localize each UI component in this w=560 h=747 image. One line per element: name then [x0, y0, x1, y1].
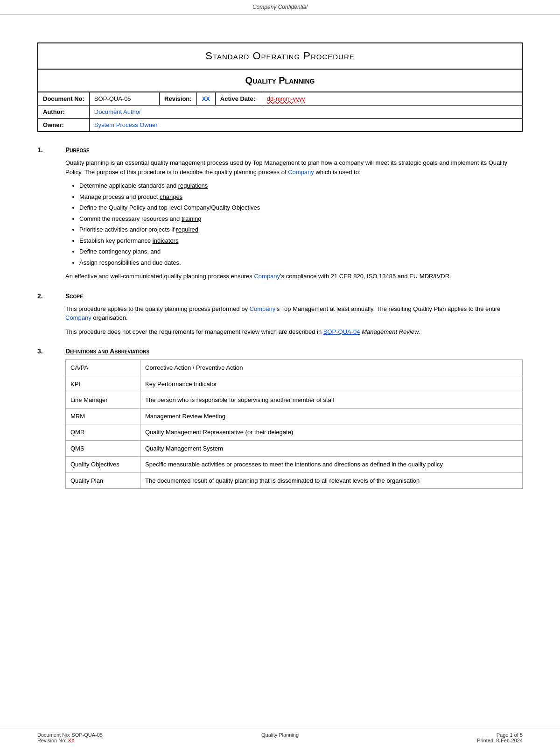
- doc-no-label: Document No:: [43, 95, 84, 102]
- confidential-label: Company Confidential: [252, 4, 308, 10]
- footer-printed: Printed: 8-Feb-2024: [361, 738, 523, 743]
- footer-revision: Revision No: XX: [37, 738, 199, 743]
- owner-link[interactable]: System Process Owner: [94, 121, 158, 128]
- bullet-6: Establish key performance indicators: [79, 236, 523, 246]
- definitions-table: CA/PACorrective Action / Preventive Acti…: [65, 359, 523, 489]
- main-title: Standard Operating Procedure: [205, 50, 354, 62]
- def-row: Quality PlanThe documented result of qua…: [66, 472, 523, 489]
- bullet-4: Commit the necessary resources and train…: [79, 214, 523, 224]
- doc-no-value: SOP-QUA-05: [94, 95, 131, 102]
- sub-title: Quality Planning: [245, 75, 315, 85]
- footer-revision-label: Revision No:: [37, 738, 66, 743]
- section-2-title: Scope: [65, 292, 83, 300]
- def-row: Quality ObjectivesSpecific measurable ac…: [66, 457, 523, 473]
- section-2-para-1: This procedure applies to the quality pl…: [65, 304, 523, 323]
- revision-label: Revision:: [164, 95, 192, 102]
- def-definition: The person who is responsible for superv…: [140, 392, 523, 409]
- def-row: Line ManagerThe person who is responsibl…: [66, 392, 523, 409]
- def-row: CA/PACorrective Action / Preventive Acti…: [66, 360, 523, 376]
- def-row: KPIKey Performance Indicator: [66, 376, 523, 392]
- section-2-para-2: This procedure does not cover the requir…: [65, 327, 523, 337]
- section-3-title: Definitions and Abbreviations: [65, 347, 149, 355]
- def-row: MRMManagement Review Meeting: [66, 408, 523, 424]
- footer-doc-no: Document No: SOP-QUA-05: [37, 732, 199, 738]
- section-2-number: 2.: [37, 292, 65, 300]
- bullet-3: Define the Quality Policy and top-level …: [79, 203, 523, 212]
- bullet-1: Determine applicable standards and regul…: [79, 181, 523, 190]
- company-link-2[interactable]: Company: [254, 273, 280, 280]
- section-purpose: 1. Purpose Quality planning is an essent…: [37, 146, 523, 281]
- document-header-table: Standard Operating Procedure Quality Pla…: [37, 42, 523, 132]
- def-term: CA/PA: [66, 360, 140, 376]
- company-link-3[interactable]: Company: [250, 305, 276, 312]
- def-definition: Key Performance Indicator: [140, 376, 523, 392]
- author-link[interactable]: Document Author: [94, 108, 141, 115]
- def-definition: Quality Management System: [140, 440, 523, 457]
- revision-value: XX: [202, 95, 210, 102]
- def-definition: Quality Management Representative (or th…: [140, 424, 523, 441]
- def-term: QMS: [66, 440, 140, 457]
- def-term: KPI: [66, 376, 140, 392]
- company-link-1[interactable]: Company: [288, 169, 314, 176]
- section-3-number: 3.: [37, 347, 65, 355]
- owner-label: Owner:: [43, 121, 64, 128]
- bullet-8: Assign responsibilities and due dates.: [79, 258, 523, 268]
- section-1-bullets: Determine applicable standards and regul…: [79, 181, 523, 267]
- sop-link[interactable]: SOP-QUA-04: [323, 328, 360, 335]
- author-label: Author:: [43, 108, 65, 115]
- active-date-value: dd-mmm-yyyy: [267, 95, 305, 102]
- footer-center-text: Quality Planning: [261, 732, 299, 738]
- def-term: Line Manager: [66, 392, 140, 409]
- def-definition: Corrective Action / Preventive Action: [140, 360, 523, 376]
- page-footer: Document No: SOP-QUA-05 Revision No: XX …: [0, 728, 560, 747]
- section-1-para-1: Quality planning is an essential quality…: [65, 158, 523, 176]
- bullet-2: Manage process and product changes: [79, 192, 523, 202]
- section-1-title: Purpose: [65, 146, 90, 154]
- footer-page: Page 1 of 5: [361, 732, 523, 738]
- section-definitions: 3. Definitions and Abbreviations CA/PACo…: [37, 347, 523, 489]
- def-definition: Management Review Meeting: [140, 408, 523, 424]
- bullet-5: Prioritise activities and/or projects if…: [79, 225, 523, 234]
- def-term: Quality Objectives: [66, 457, 140, 473]
- def-definition: Specific measurable activities or proces…: [140, 457, 523, 473]
- company-link-4[interactable]: Company: [65, 314, 91, 321]
- footer-revision-val: XX: [68, 738, 75, 743]
- bullet-7: Define contingency plans, and: [79, 247, 523, 256]
- section-1-number: 1.: [37, 146, 65, 154]
- section-scope: 2. Scope This procedure applies to the q…: [37, 292, 523, 337]
- def-row: QMSQuality Management System: [66, 440, 523, 457]
- section-1-after-bullets: An effective and well-communicated quali…: [65, 272, 523, 281]
- def-term: MRM: [66, 408, 140, 424]
- def-definition: The documented result of quality plannin…: [140, 472, 523, 489]
- def-term: QMR: [66, 424, 140, 441]
- def-row: QMRQuality Management Representative (or…: [66, 424, 523, 441]
- def-term: Quality Plan: [66, 472, 140, 489]
- active-date-label: Active Date:: [220, 95, 255, 102]
